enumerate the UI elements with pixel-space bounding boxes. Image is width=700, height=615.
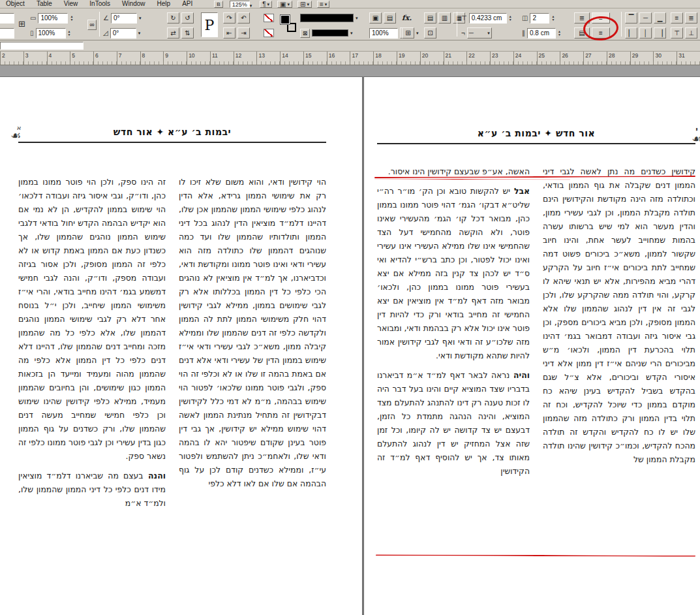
bridge-button[interactable]: B xyxy=(214,1,222,8)
baseline-offset-icon: ⊤ xyxy=(461,15,467,22)
scale-y-spinner[interactable]: ▲▼ xyxy=(68,30,71,37)
spinner-down-icon[interactable]: ▼ xyxy=(70,18,73,22)
text-column-right[interactable]: הוי קידושין ודאי, והוא משום שלא זיכו לו … xyxy=(179,175,326,580)
menu-object[interactable]: Object xyxy=(0,0,31,8)
zoom-level-field[interactable]: 125% xyxy=(230,1,250,8)
arrange-documents-button[interactable]: ⊞▾ xyxy=(297,1,312,8)
text-column-left[interactable]: זה הינו ספק, ולכן הוי פוטר ממונו בממון כ… xyxy=(18,175,166,580)
effects-label[interactable]: fx. xyxy=(402,14,412,22)
screen-mode-button[interactable]: ▣▾ xyxy=(277,1,292,8)
stroke-swatch[interactable] xyxy=(287,23,296,32)
ruler-mark: 30 xyxy=(653,52,677,65)
stroke-color-dropdown-icon[interactable]: ▾ xyxy=(350,31,353,35)
view-options-button[interactable]: ¶▾ xyxy=(260,1,272,8)
constrain-proportions-icon[interactable]: ∞ xyxy=(87,20,97,30)
baseline-spinner[interactable]: ▲▼ xyxy=(509,15,512,22)
frame-center-button[interactable]: ▥ xyxy=(438,12,451,24)
text-column-right[interactable]: קידושין כשדנים מה נתן לאשה לגבי דיני הממ… xyxy=(543,165,695,561)
rotate-ccw-button[interactable]: ↺ xyxy=(181,12,194,24)
document-area[interactable]: א ☙ יבמות ב׳ ע״א ✦ אור חדש הוי קידושין ו… xyxy=(0,65,700,615)
scale-y-field[interactable]: 100% xyxy=(36,28,66,39)
space-horizontal-button[interactable]: ⊤ xyxy=(671,27,683,39)
ruler-mark: 21 xyxy=(444,52,467,65)
vertical-justify-top-button[interactable]: ≣ xyxy=(574,12,590,24)
columns-number-field[interactable]: 2 xyxy=(530,13,549,24)
menu-window[interactable]: Window xyxy=(116,0,151,8)
spinner-down-icon[interactable]: ▼ xyxy=(558,33,561,37)
preview-mode-button[interactable]: ▣ xyxy=(369,12,382,24)
shear-angle-field[interactable]: 0° xyxy=(110,28,136,39)
paragraph: הוי קידושין ודאי, והוא משום שלא זיכו לו … xyxy=(179,175,326,490)
horizontal-ruler[interactable]: 2345678910111213141516171819202122232425… xyxy=(0,52,700,65)
ruler-mark: 20 xyxy=(420,52,444,65)
select-next-button[interactable]: ⇥ xyxy=(237,27,250,39)
select-content-button[interactable]: ↶ xyxy=(237,12,250,24)
chevron-down-icon: ▾ xyxy=(325,2,327,7)
lines-icon: ≡ xyxy=(320,1,324,8)
page-left[interactable]: א ☙ יבמות ב׳ ע״א ✦ אור חדש הוי קידושין ו… xyxy=(0,76,363,615)
y-position-field[interactable] xyxy=(0,28,14,39)
flip-vertical-button[interactable]: ⇅ xyxy=(181,27,194,39)
opacity-field[interactable]: 100% xyxy=(369,28,398,39)
spinner-down-icon[interactable]: ▼ xyxy=(509,18,512,22)
quick-apply-field[interactable] xyxy=(0,42,84,50)
vertical-justify-bottom-button[interactable]: ≡ xyxy=(592,27,610,39)
align-top-button[interactable]: ▔ xyxy=(625,12,637,24)
x-position-field[interactable] xyxy=(0,13,14,24)
ruler-mark: 6 xyxy=(93,52,117,65)
menu-table[interactable]: Table xyxy=(31,0,58,8)
workspace-button[interactable]: ≡▾ xyxy=(317,1,329,8)
effects-dropdown-icon[interactable]: ▾ xyxy=(416,31,419,35)
frame-fitting-button[interactable]: ▤ xyxy=(424,12,436,24)
gutter-spinner[interactable]: ▲▼ xyxy=(558,30,561,37)
normal-mode-button[interactable]: ▤ xyxy=(384,12,396,24)
scale-x-spinner[interactable]: ▲▼ xyxy=(70,15,73,22)
effects-button[interactable]: ⊞ xyxy=(402,27,414,39)
scale-x-field[interactable]: 100% xyxy=(38,13,68,24)
zoom-dropdown-icon[interactable]: ▾ xyxy=(250,3,252,8)
text-frame[interactable]: הוי קידושין ודאי, והוא משום שלא זיכו לו … xyxy=(18,175,326,580)
align-left-button[interactable]: ▏ xyxy=(625,27,637,39)
spinner-down-icon[interactable]: ▼ xyxy=(551,18,555,22)
fill-stroke-proxy[interactable] xyxy=(281,15,296,32)
align-middle-button[interactable]: ─ xyxy=(639,12,652,24)
select-previous-button[interactable]: ⇤ xyxy=(223,27,236,39)
menu-view[interactable]: View xyxy=(58,0,84,8)
distribute-horizontal-button[interactable]: ≡ xyxy=(671,12,683,24)
overprint-checkbox[interactable]: ⊠ xyxy=(300,29,310,38)
fill-swatch[interactable] xyxy=(281,15,290,24)
select-container-button[interactable]: ↷ xyxy=(223,12,236,24)
text-frame[interactable]: קידושין כשדנים מה נתן לאשה לגבי דיני הממ… xyxy=(377,165,695,561)
menu-intools[interactable]: InTools xyxy=(84,0,116,8)
spinner-down-icon[interactable]: ▼ xyxy=(68,33,71,37)
text-column-left[interactable]: האשה, אע״פ שבעצם קידושין הינו איסור.אבל … xyxy=(377,165,530,561)
columns-spinner[interactable]: ▲▼ xyxy=(551,15,555,22)
distribute-vertical-button[interactable]: ≣ xyxy=(685,12,697,24)
stroke-type-dropdown-icon[interactable]: ▾ xyxy=(356,16,358,20)
ruler-mark: 26 xyxy=(560,52,583,65)
rotation-angle-field[interactable]: 0° xyxy=(111,13,137,24)
reference-point-proxy-icon[interactable]: ⊞ xyxy=(18,20,25,28)
stroke-color-preview[interactable] xyxy=(312,29,348,37)
gutter-field[interactable]: 0.8 cm xyxy=(527,28,556,39)
chevron-down-icon: ▾ xyxy=(288,2,290,7)
space-vertical-button[interactable]: ⊥ xyxy=(685,27,697,39)
shear-dropdown-icon[interactable]: ▾ xyxy=(138,31,141,35)
rotation-dropdown-icon[interactable]: ▾ xyxy=(139,16,142,20)
baseline-offset-field[interactable]: 0.4233 cm xyxy=(469,13,507,24)
fill-none-icon[interactable] xyxy=(264,29,274,37)
text-frame-options-button[interactable]: ≡ xyxy=(592,12,610,24)
page-right[interactable]: י ☙ אור חדש ✦ יבמות ב׳ ע״א קידושין כשדני… xyxy=(363,76,700,615)
auto-fit-button[interactable]: ⊡ xyxy=(424,27,436,39)
rotate-cw-button[interactable]: ↻ xyxy=(167,12,179,24)
menu-api[interactable]: API xyxy=(176,0,198,8)
vertical-justify-center-button[interactable]: ▤ xyxy=(574,27,590,39)
menu-help[interactable]: Help xyxy=(151,0,177,8)
align-right-button[interactable]: ▕ xyxy=(654,27,666,39)
stroke-none-icon[interactable] xyxy=(264,14,274,22)
flip-horizontal-button[interactable]: ⇄ xyxy=(167,27,179,39)
stroke-type-preview[interactable] xyxy=(300,14,354,22)
align-center-button[interactable]: │ xyxy=(639,27,652,39)
align-bottom-button[interactable]: ▁ xyxy=(654,12,666,24)
text-wrap-dropdown[interactable]: ─▾ xyxy=(467,27,492,39)
